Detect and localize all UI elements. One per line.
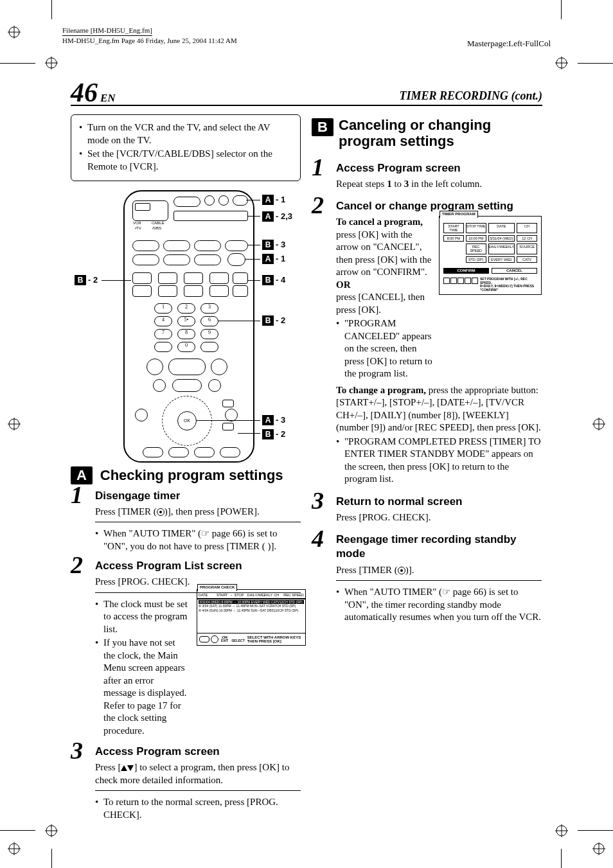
remote-button	[194, 240, 221, 251]
callout-b3: B- 3	[262, 240, 285, 251]
right-column: B Canceling or changing program settings…	[312, 114, 542, 630]
remote-diagram: VCR CABLE •TV /DBS 1 2 3 4 5•	[71, 190, 301, 460]
leader-line	[248, 216, 260, 217]
remote-button	[211, 359, 227, 375]
step-title: Cancel or change program setting	[336, 199, 542, 213]
callout-b4: B- 4	[262, 275, 285, 286]
section-b-title: Canceling or changing program settings	[339, 117, 542, 150]
remote-button	[209, 285, 229, 297]
remote-key-3: 3	[200, 303, 218, 314]
crop-mark	[561, 0, 562, 19]
timer-icon	[157, 508, 164, 516]
cancel-note: "PROGRAM CANCELED" appears on the screen…	[336, 317, 432, 380]
register-mark-icon	[45, 57, 58, 69]
crop-mark	[51, 849, 52, 868]
callout-a1: A- 1	[262, 195, 285, 206]
page-lang: EN	[100, 92, 116, 104]
note-item: The clock must be set to access the prog…	[95, 598, 188, 636]
remote-button	[194, 254, 221, 265]
remote-button	[233, 195, 248, 206]
crop-mark	[561, 849, 562, 868]
down-arrow-icon	[127, 765, 134, 771]
step-body: Press [] to select a program, then press…	[95, 761, 301, 786]
remote-button	[184, 272, 203, 284]
remote-button	[204, 195, 215, 206]
callout-a23: A- 2,3	[262, 211, 292, 222]
step-number: 3	[312, 488, 324, 513]
step-number: 2	[71, 553, 83, 577]
panel-tab: PROGRAM CHECK	[197, 584, 237, 591]
remote-button	[163, 240, 190, 251]
program-check-panel: PROGRAM CHECK DATE START → STOP DAILY/WE…	[197, 589, 306, 646]
remote-button	[225, 409, 238, 421]
step-title: Return to normal screen	[336, 495, 542, 509]
file-saveline: HM-DH5U_Eng.fm Page 46 Friday, June 25, …	[62, 37, 237, 44]
step-b3: 3 Return to normal screen Press [PROG. C…	[312, 495, 542, 524]
remote-key-6: 6	[200, 316, 218, 326]
remote-button	[132, 285, 152, 297]
intro-item: Set the [VCR/TV/CABLE/DBS] selector on t…	[79, 148, 292, 173]
remote-button	[132, 240, 159, 251]
remote-key-0: 0	[177, 342, 195, 352]
step-body: Press [TIMER ()].	[336, 564, 542, 577]
leader-line	[246, 200, 260, 200]
masterpage-label: Masterpage:Left-FullCol	[467, 39, 551, 49]
note-item: When "AUTO TIMER" (☞ page 66) is set to …	[95, 527, 301, 553]
crop-mark	[0, 63, 35, 64]
step-note: When "AUTO TIMER" (☞ page 66) is set to …	[336, 580, 542, 624]
crop-mark	[51, 0, 52, 19]
step-number: 1	[71, 483, 83, 507]
register-mark-icon	[592, 842, 605, 855]
register-mark-icon	[8, 26, 21, 39]
or-body: press [CANCEL], then press [OK].	[336, 292, 425, 315]
remote-button	[222, 423, 234, 430]
step-body: Press [PROG. CHECK].	[336, 511, 542, 524]
callout-b2-left: B- 2	[75, 275, 98, 286]
callout-a1-mid: A- 1	[262, 254, 285, 265]
step-title: Disengage timer	[95, 489, 301, 503]
step-a3: 3 Access Program screen Press [] to sele…	[71, 745, 301, 821]
page-header: 46EN TIMER RECORDING (cont.)	[71, 80, 542, 106]
remote-button	[168, 359, 206, 375]
section-a-title: Checking program settings	[100, 467, 283, 483]
step-number: 3	[71, 738, 83, 763]
left-column: Turn on the VCR and the TV, and select t…	[71, 114, 301, 828]
cancel-body: press [OK] with the arrow on "CANCEL", t…	[336, 229, 431, 278]
timer-program-panel: TIMER PROGRAM START TIME STOP TIME DATE …	[439, 216, 542, 295]
note-item: When "AUTO TIMER" (☞ page 66) is set to …	[336, 586, 542, 624]
remote-button	[143, 447, 163, 457]
leader-line	[238, 433, 260, 434]
section-title: TIMER RECORDING (cont.)	[399, 89, 542, 103]
remote-button	[208, 379, 221, 392]
section-letter: B	[312, 118, 333, 136]
register-mark-icon	[555, 824, 568, 837]
remote-key-5: 5•	[177, 316, 195, 326]
step-body: Repeat steps 1 to 3 in the left column.	[336, 178, 542, 191]
remote-ok-button: OK	[177, 411, 197, 430]
remote-button	[220, 447, 240, 457]
crop-mark	[0, 830, 35, 831]
remote-button	[233, 285, 248, 297]
switch-label-dbs: /DBS	[152, 226, 161, 230]
step-body: Press [TIMER ()], then press [POWER].	[95, 506, 301, 518]
leader-line	[197, 420, 260, 421]
key-icons	[443, 278, 478, 284]
step-number: 4	[312, 526, 324, 551]
remote-key-right	[200, 342, 218, 352]
panel-footer: :OK EXIT :SELECT SELECT WITH ARROW KEYS …	[197, 633, 305, 645]
cancel-lead: To cancel a program,	[336, 217, 423, 227]
step-note: When "AUTO TIMER" (☞ page 66) is set to …	[95, 522, 301, 553]
remote-button	[163, 254, 190, 265]
remote-key-left	[154, 342, 172, 352]
register-mark-icon	[8, 842, 21, 855]
callout-a3: A- 3	[262, 415, 285, 426]
panel-grid: START TIME STOP TIME DATE CH 8:00 PM 10:…	[440, 217, 541, 265]
switch-label-tv: •TV	[135, 226, 141, 230]
or-label: OR	[336, 279, 351, 290]
note-item: If you have not set the clock, the Main …	[95, 637, 188, 737]
filename-label: Filename [HM-DH5U_Eng.fm]	[62, 26, 152, 36]
change-note: "PROGRAM COMPLETED PRESS [TIMER] TO ENTE…	[336, 436, 542, 486]
register-mark-icon	[555, 57, 568, 69]
remote-key-9: 9	[200, 329, 218, 339]
remote-button	[194, 447, 215, 457]
